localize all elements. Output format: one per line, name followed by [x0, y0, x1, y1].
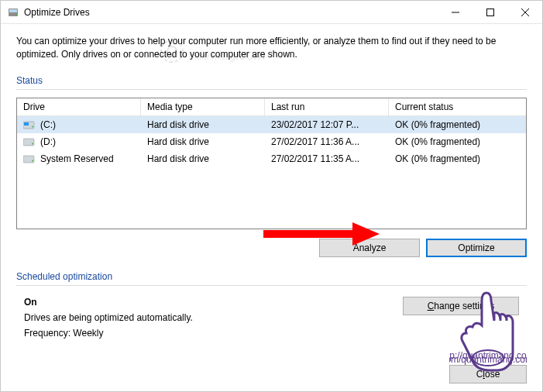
bottom-bar: Close	[1, 357, 542, 391]
cell-status: OK (0% fragmented)	[389, 118, 526, 132]
scheduled-on: On	[24, 297, 193, 308]
drive-icon	[23, 154, 36, 163]
cell-status: OK (0% fragmented)	[389, 135, 526, 149]
optimize-button[interactable]: Optimize	[426, 239, 527, 257]
svg-point-13	[32, 160, 33, 162]
action-buttons: Analyze Optimize	[16, 239, 527, 257]
table-body: (C:)Hard disk drive23/02/2017 12:07 P...…	[17, 116, 526, 167]
cell-status: OK (0% fragmented)	[389, 152, 526, 166]
svg-point-9	[32, 126, 33, 128]
status-label: Status	[16, 75, 527, 86]
cell-media: Hard disk drive	[141, 135, 265, 149]
cell-last: 23/02/2017 12:07 P...	[265, 118, 389, 132]
cell-last: 27/02/2017 11:35 A...	[265, 152, 389, 166]
svg-point-11	[32, 143, 33, 145]
scheduled-desc: Drives are being optimized automatically…	[24, 312, 193, 323]
svg-rect-4	[486, 9, 493, 15]
cell-last: 27/02/2017 11:36 A...	[265, 135, 389, 149]
app-icon	[7, 6, 19, 19]
drives-table: Drive Media type Last run Current status…	[16, 98, 527, 229]
svg-rect-10	[23, 139, 34, 146]
titlebar: Optimize Drives	[1, 1, 542, 24]
minimize-button[interactable]	[438, 1, 473, 23]
svg-rect-12	[23, 156, 34, 163]
col-status[interactable]: Current status	[389, 98, 526, 115]
table-row[interactable]: (C:)Hard disk drive23/02/2017 12:07 P...…	[17, 116, 526, 133]
drive-icon	[23, 137, 36, 146]
table-header: Drive Media type Last run Current status	[17, 98, 526, 116]
drive-icon	[23, 120, 36, 129]
divider	[16, 89, 527, 90]
content-area: You can optimize your drives to help you…	[1, 24, 542, 357]
cell-media: Hard disk drive	[141, 118, 265, 132]
col-drive[interactable]: Drive	[17, 98, 141, 115]
svg-point-2	[15, 14, 17, 15]
svg-rect-8	[24, 122, 29, 126]
table-row[interactable]: System ReservedHard disk drive27/02/2017…	[17, 150, 526, 167]
scheduled-label: Scheduled optimization	[16, 271, 527, 282]
cell-drive: System Reserved	[17, 152, 141, 166]
col-media[interactable]: Media type	[141, 98, 265, 115]
svg-rect-1	[9, 9, 17, 12]
close-label: Close	[476, 369, 500, 380]
window-title: Optimize Drives	[24, 7, 438, 18]
maximize-button[interactable]	[473, 1, 507, 23]
close-window-button[interactable]: Close	[449, 365, 527, 383]
scheduled-section: On Drives are being optimized automatica…	[16, 294, 527, 346]
cell-media: Hard disk drive	[141, 152, 265, 166]
divider	[16, 285, 527, 286]
close-button[interactable]	[507, 1, 542, 23]
scheduled-freq: Frequency: Weekly	[24, 328, 193, 339]
change-settings-label: Change settings	[428, 301, 495, 311]
window-controls	[438, 1, 542, 23]
change-settings-button[interactable]: Change settings	[403, 297, 519, 315]
col-last[interactable]: Last run	[265, 98, 389, 115]
table-row[interactable]: (D:)Hard disk drive27/02/2017 11:36 A...…	[17, 133, 526, 150]
cell-drive: (D:)	[17, 135, 141, 149]
optimize-drives-window: Optimize Drives You can optimize your dr…	[0, 0, 543, 392]
intro-text: You can optimize your drives to help you…	[16, 35, 527, 61]
analyze-button[interactable]: Analyze	[319, 239, 420, 257]
scheduled-text: On Drives are being optimized automatica…	[24, 297, 193, 343]
cell-drive: (C:)	[17, 118, 141, 132]
